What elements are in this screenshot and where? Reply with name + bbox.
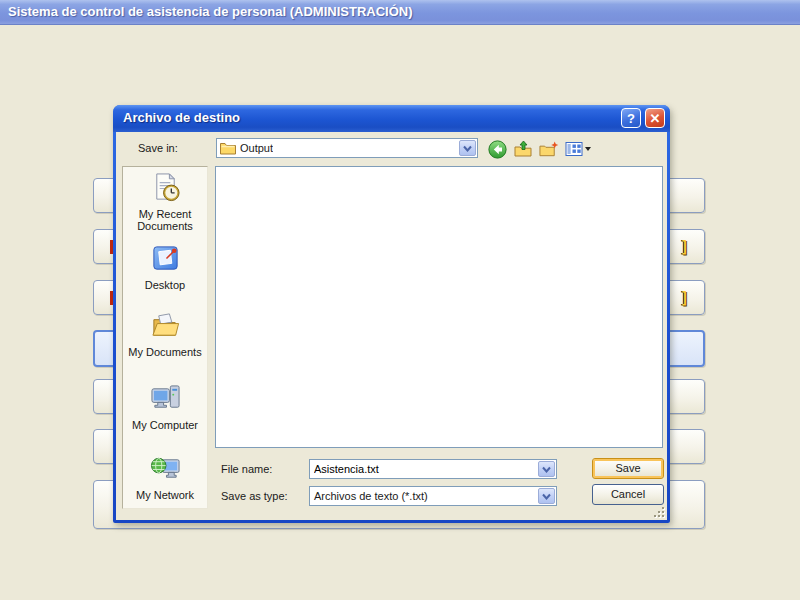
place-desktop[interactable]: Desktop [123, 243, 207, 291]
my-computer-icon [150, 383, 181, 416]
place-label: My Recent Documents [123, 208, 207, 232]
cancel-button[interactable]: Cancel [592, 484, 664, 505]
bracket-text-fragment: ] [680, 291, 689, 305]
back-icon[interactable] [487, 139, 507, 159]
views-icon[interactable] [565, 140, 591, 158]
place-label: My Network [136, 489, 194, 501]
file-name-label: File name: [221, 459, 272, 479]
places-bar: My Recent Documents Desktop [122, 166, 208, 509]
create-new-folder-icon[interactable] [539, 139, 559, 159]
place-label: My Documents [128, 346, 201, 358]
views-dropdown-caret [585, 147, 591, 151]
place-my-computer[interactable]: My Computer [123, 383, 207, 431]
resize-grip[interactable] [651, 504, 665, 518]
dialog-toolbar [487, 138, 591, 160]
place-label: Desktop [145, 279, 185, 291]
my-network-icon [150, 453, 181, 486]
save-in-combobox[interactable]: Output [216, 138, 478, 158]
bracket-text-fragment: ] [680, 240, 689, 254]
place-my-recent-documents[interactable]: My Recent Documents [123, 172, 207, 232]
help-button[interactable]: ? [621, 108, 641, 128]
file-name-input[interactable] [312, 461, 536, 477]
file-name-combobox[interactable] [309, 459, 557, 479]
dialog-body: Save in: Output [116, 132, 667, 520]
screen: Sistema de control de asistencia de pers… [0, 0, 800, 600]
dialog-titlebar: Archivo de destino ? ✕ [113, 105, 670, 132]
up-one-level-icon[interactable] [513, 139, 533, 159]
chevron-down-icon[interactable] [538, 461, 555, 477]
close-button[interactable]: ✕ [645, 108, 665, 128]
dialog-title: Archivo de destino [123, 110, 240, 125]
save-in-label: Save in: [138, 138, 178, 158]
desktop-icon [150, 243, 181, 276]
save-as-type-combobox[interactable]: Archivos de texto (*.txt) [309, 486, 557, 506]
save-as-type-value: Archivos de texto (*.txt) [310, 487, 428, 505]
place-my-network[interactable]: My Network [123, 453, 207, 501]
my-documents-icon [150, 310, 181, 343]
save-button[interactable]: Save [592, 458, 664, 479]
chevron-down-icon[interactable] [459, 140, 476, 156]
place-my-documents[interactable]: My Documents [123, 310, 207, 358]
app-title: Sistema de control de asistencia de pers… [8, 4, 413, 19]
folder-icon [220, 141, 236, 155]
save-as-type-label: Save as type: [221, 486, 288, 506]
save-dialog: Archivo de destino ? ✕ Save in: Output [113, 105, 670, 523]
place-label: My Computer [132, 419, 198, 431]
chevron-down-icon[interactable] [538, 488, 555, 504]
file-list[interactable] [215, 166, 663, 448]
recent-documents-icon [150, 172, 181, 205]
app-titlebar: Sistema de control de asistencia de pers… [0, 0, 800, 25]
save-in-value: Output [236, 139, 273, 157]
